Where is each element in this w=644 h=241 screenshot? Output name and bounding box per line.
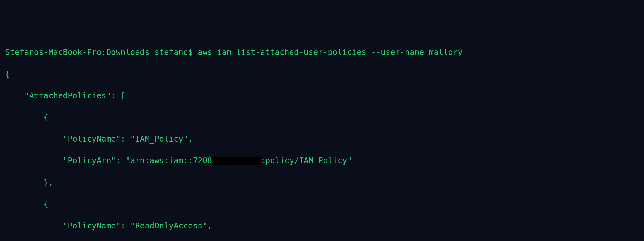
prompt-host-path: Stefanos-MacBook-Pro:Downloads stefano$ bbox=[5, 48, 198, 57]
policy2-name: "PolicyName": "ReadOnlyAccess", bbox=[5, 221, 639, 232]
json-item-close-comma: }, bbox=[5, 177, 639, 188]
json-open-brace: { bbox=[5, 69, 639, 80]
policy1-arn-prefix: "PolicyArn": "arn:aws:iam::7208 bbox=[5, 156, 212, 165]
terminal-prompt-line[interactable]: Stefanos-MacBook-Pro:Downloads stefano$ … bbox=[5, 47, 639, 58]
command-text: aws iam list-attached-user-policies --us… bbox=[198, 48, 463, 57]
json-item-open: { bbox=[5, 199, 639, 210]
redacted-account-id bbox=[212, 157, 261, 165]
policy1-arn: "PolicyArn": "arn:aws:iam::7208:policy/I… bbox=[5, 156, 639, 166]
json-item-open: { bbox=[5, 112, 639, 123]
policy1-name: "PolicyName": "IAM_Policy", bbox=[5, 134, 639, 145]
policy1-arn-suffix: :policy/IAM_Policy" bbox=[261, 156, 352, 165]
json-key-attached-policies: "AttachedPolicies": [ bbox=[5, 91, 639, 102]
